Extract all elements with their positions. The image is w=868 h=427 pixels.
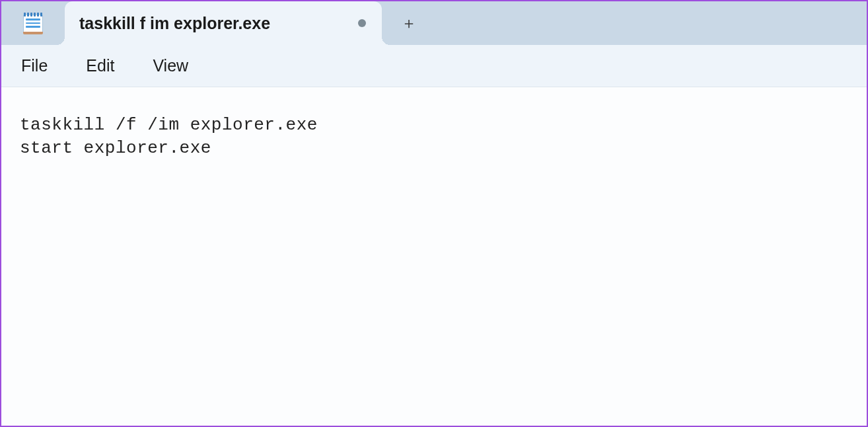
title-bar: taskkill f im explorer.exe ＋	[1, 1, 867, 45]
editor-area[interactable]: taskkill /f /im explorer.exe start explo…	[1, 87, 867, 426]
editor-text: taskkill /f /im explorer.exe start explo…	[20, 114, 848, 160]
menu-view[interactable]: View	[147, 52, 194, 79]
tab-title: taskkill f im explorer.exe	[79, 14, 342, 33]
notepad-icon	[22, 12, 44, 34]
plus-icon: ＋	[401, 15, 417, 31]
new-tab-button[interactable]: ＋	[392, 1, 425, 45]
menu-file[interactable]: File	[16, 52, 53, 79]
menu-edit[interactable]: Edit	[81, 52, 120, 79]
tab-active[interactable]: taskkill f im explorer.exe	[65, 1, 382, 45]
app-icon-wrap	[1, 1, 65, 45]
menu-bar: File Edit View	[1, 45, 867, 87]
modified-indicator-icon[interactable]	[358, 19, 366, 27]
